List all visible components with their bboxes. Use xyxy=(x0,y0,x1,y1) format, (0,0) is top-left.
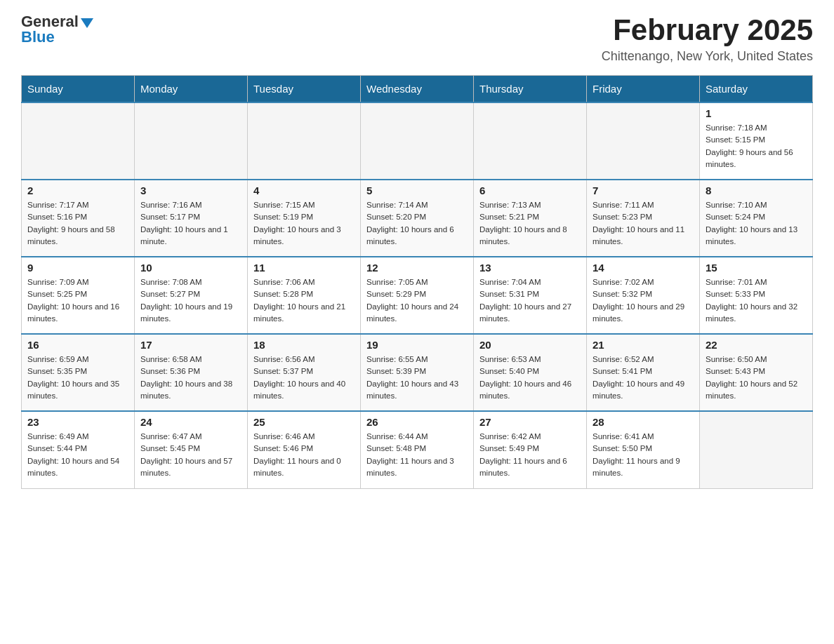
day-number: 24 xyxy=(140,416,241,428)
calendar-day-cell: 19Sunrise: 6:55 AMSunset: 5:39 PMDayligh… xyxy=(361,334,474,411)
month-title: February 2025 xyxy=(602,14,813,46)
calendar-week-row: 9Sunrise: 7:09 AMSunset: 5:25 PMDaylight… xyxy=(22,257,813,334)
day-info: Sunrise: 7:02 AMSunset: 5:32 PMDaylight:… xyxy=(593,276,694,325)
day-of-week-header: Monday xyxy=(135,76,248,103)
calendar-day-cell: 13Sunrise: 7:04 AMSunset: 5:31 PMDayligh… xyxy=(474,257,587,334)
day-number: 15 xyxy=(706,262,807,274)
calendar-day-cell: 4Sunrise: 7:15 AMSunset: 5:19 PMDaylight… xyxy=(248,180,361,257)
day-info: Sunrise: 6:42 AMSunset: 5:49 PMDaylight:… xyxy=(479,431,581,479)
day-info: Sunrise: 7:04 AMSunset: 5:31 PMDaylight:… xyxy=(479,276,581,325)
day-number: 27 xyxy=(479,416,581,428)
day-number: 13 xyxy=(479,262,581,274)
day-info: Sunrise: 7:14 AMSunset: 5:20 PMDaylight:… xyxy=(366,199,468,248)
calendar-day-cell: 10Sunrise: 7:08 AMSunset: 5:27 PMDayligh… xyxy=(135,257,248,334)
calendar-day-cell: 27Sunrise: 6:42 AMSunset: 5:49 PMDayligh… xyxy=(474,411,587,488)
day-info: Sunrise: 6:50 AMSunset: 5:43 PMDaylight:… xyxy=(706,354,807,402)
calendar-day-cell: 8Sunrise: 7:10 AMSunset: 5:24 PMDaylight… xyxy=(700,180,813,257)
day-of-week-header: Friday xyxy=(587,76,700,103)
day-number: 6 xyxy=(479,185,581,196)
day-number: 14 xyxy=(593,262,694,274)
day-info: Sunrise: 6:56 AMSunset: 5:37 PMDaylight:… xyxy=(253,354,355,402)
day-number: 7 xyxy=(593,185,694,196)
calendar-day-cell xyxy=(474,102,587,180)
day-number: 4 xyxy=(253,185,355,196)
calendar-day-cell xyxy=(361,102,474,180)
day-info: Sunrise: 7:15 AMSunset: 5:19 PMDaylight:… xyxy=(253,199,355,248)
day-info: Sunrise: 6:53 AMSunset: 5:40 PMDaylight:… xyxy=(479,354,581,402)
day-number: 21 xyxy=(593,339,694,351)
calendar-day-cell: 3Sunrise: 7:16 AMSunset: 5:17 PMDaylight… xyxy=(135,180,248,257)
day-info: Sunrise: 7:05 AMSunset: 5:29 PMDaylight:… xyxy=(366,276,468,325)
calendar-week-row: 23Sunrise: 6:49 AMSunset: 5:44 PMDayligh… xyxy=(22,411,813,488)
day-number: 10 xyxy=(140,262,241,274)
calendar-day-cell xyxy=(587,102,700,180)
calendar-week-row: 16Sunrise: 6:59 AMSunset: 5:35 PMDayligh… xyxy=(22,334,813,411)
day-info: Sunrise: 7:09 AMSunset: 5:25 PMDaylight:… xyxy=(27,276,128,325)
day-info: Sunrise: 6:49 AMSunset: 5:44 PMDaylight:… xyxy=(27,431,128,479)
calendar-day-cell: 2Sunrise: 7:17 AMSunset: 5:16 PMDaylight… xyxy=(22,180,135,257)
calendar-day-cell: 12Sunrise: 7:05 AMSunset: 5:29 PMDayligh… xyxy=(361,257,474,334)
day-number: 22 xyxy=(706,339,807,351)
day-number: 19 xyxy=(366,339,468,351)
calendar-day-cell: 21Sunrise: 6:52 AMSunset: 5:41 PMDayligh… xyxy=(587,334,700,411)
day-info: Sunrise: 6:41 AMSunset: 5:50 PMDaylight:… xyxy=(593,431,694,479)
calendar-day-cell: 15Sunrise: 7:01 AMSunset: 5:33 PMDayligh… xyxy=(700,257,813,334)
day-number: 11 xyxy=(253,262,355,274)
calendar-day-cell: 7Sunrise: 7:11 AMSunset: 5:23 PMDaylight… xyxy=(587,180,700,257)
day-number: 2 xyxy=(27,185,128,196)
day-number: 26 xyxy=(366,416,468,428)
calendar-day-cell: 26Sunrise: 6:44 AMSunset: 5:48 PMDayligh… xyxy=(361,411,474,488)
calendar-day-cell: 20Sunrise: 6:53 AMSunset: 5:40 PMDayligh… xyxy=(474,334,587,411)
day-number: 17 xyxy=(140,339,241,351)
calendar-day-cell: 18Sunrise: 6:56 AMSunset: 5:37 PMDayligh… xyxy=(248,334,361,411)
day-of-week-header: Tuesday xyxy=(248,76,361,103)
day-number: 20 xyxy=(479,339,581,351)
logo-triangle-icon xyxy=(81,18,93,28)
logo-blue-text: Blue xyxy=(21,28,55,46)
day-number: 16 xyxy=(27,339,128,351)
calendar-week-row: 1Sunrise: 7:18 AMSunset: 5:15 PMDaylight… xyxy=(22,102,813,180)
page-header: General Blue February 2025 Chittenango, … xyxy=(21,14,813,64)
day-info: Sunrise: 7:06 AMSunset: 5:28 PMDaylight:… xyxy=(253,276,355,325)
day-number: 18 xyxy=(253,339,355,351)
calendar-day-cell: 25Sunrise: 6:46 AMSunset: 5:46 PMDayligh… xyxy=(248,411,361,488)
day-info: Sunrise: 6:58 AMSunset: 5:36 PMDaylight:… xyxy=(140,354,241,402)
day-info: Sunrise: 7:13 AMSunset: 5:21 PMDaylight:… xyxy=(479,199,581,248)
day-number: 12 xyxy=(366,262,468,274)
day-info: Sunrise: 7:01 AMSunset: 5:33 PMDaylight:… xyxy=(706,276,807,325)
day-info: Sunrise: 6:46 AMSunset: 5:46 PMDaylight:… xyxy=(253,431,355,479)
day-number: 8 xyxy=(706,185,807,196)
day-number: 9 xyxy=(27,262,128,274)
calendar-day-cell: 22Sunrise: 6:50 AMSunset: 5:43 PMDayligh… xyxy=(700,334,813,411)
calendar-day-cell xyxy=(700,411,813,488)
calendar-day-cell xyxy=(22,102,135,180)
day-number: 1 xyxy=(706,107,807,119)
day-info: Sunrise: 6:52 AMSunset: 5:41 PMDaylight:… xyxy=(593,354,694,402)
calendar-day-cell: 11Sunrise: 7:06 AMSunset: 5:28 PMDayligh… xyxy=(248,257,361,334)
location-subtitle: Chittenango, New York, United States xyxy=(602,49,813,64)
calendar-day-cell: 9Sunrise: 7:09 AMSunset: 5:25 PMDaylight… xyxy=(22,257,135,334)
day-info: Sunrise: 7:16 AMSunset: 5:17 PMDaylight:… xyxy=(140,199,241,248)
day-info: Sunrise: 7:11 AMSunset: 5:23 PMDaylight:… xyxy=(593,199,694,248)
day-of-week-header: Thursday xyxy=(474,76,587,103)
day-info: Sunrise: 6:55 AMSunset: 5:39 PMDaylight:… xyxy=(366,354,468,402)
calendar-week-row: 2Sunrise: 7:17 AMSunset: 5:16 PMDaylight… xyxy=(22,180,813,257)
calendar-day-cell: 17Sunrise: 6:58 AMSunset: 5:36 PMDayligh… xyxy=(135,334,248,411)
calendar-day-cell: 6Sunrise: 7:13 AMSunset: 5:21 PMDaylight… xyxy=(474,180,587,257)
calendar-table: SundayMondayTuesdayWednesdayThursdayFrid… xyxy=(21,75,813,489)
calendar-day-cell: 24Sunrise: 6:47 AMSunset: 5:45 PMDayligh… xyxy=(135,411,248,488)
calendar-day-cell: 5Sunrise: 7:14 AMSunset: 5:20 PMDaylight… xyxy=(361,180,474,257)
day-info: Sunrise: 6:44 AMSunset: 5:48 PMDaylight:… xyxy=(366,431,468,479)
calendar-day-cell: 28Sunrise: 6:41 AMSunset: 5:50 PMDayligh… xyxy=(587,411,700,488)
day-number: 3 xyxy=(140,185,241,196)
calendar-day-cell: 23Sunrise: 6:49 AMSunset: 5:44 PMDayligh… xyxy=(22,411,135,488)
day-info: Sunrise: 7:17 AMSunset: 5:16 PMDaylight:… xyxy=(27,199,128,248)
logo: General Blue xyxy=(21,14,93,45)
title-section: February 2025 Chittenango, New York, Uni… xyxy=(602,14,813,64)
day-of-week-header: Saturday xyxy=(700,76,813,103)
logo-general-text: General xyxy=(21,14,79,29)
day-info: Sunrise: 6:47 AMSunset: 5:45 PMDaylight:… xyxy=(140,431,241,479)
calendar-day-cell: 14Sunrise: 7:02 AMSunset: 5:32 PMDayligh… xyxy=(587,257,700,334)
day-number: 5 xyxy=(366,185,468,196)
day-number: 23 xyxy=(27,416,128,428)
